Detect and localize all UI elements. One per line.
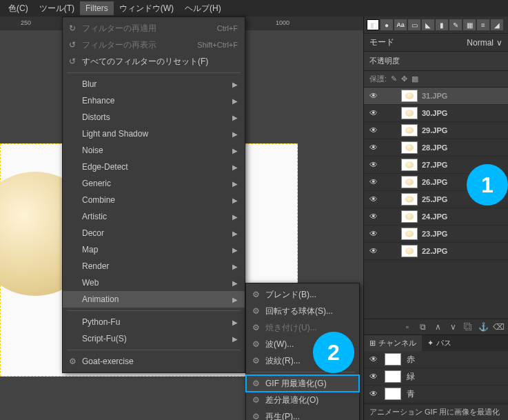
menu-filters[interactable]: Filters — [80, 1, 114, 15]
move-icon[interactable]: ✥ — [401, 74, 407, 83]
gear-icon: ⚙ — [251, 290, 261, 299]
chevron-right-icon: ▶ — [232, 147, 238, 154]
tool-icon[interactable]: ▮ — [436, 19, 448, 30]
status-bar: アニメーション GIF 用に画像を最適化 — [364, 403, 508, 420]
menu-item[interactable]: ⚙再生(P)... — [246, 408, 359, 420]
tool-icon[interactable]: ≡ — [477, 19, 489, 30]
menu-help[interactable]: ヘルプ(H) — [179, 1, 227, 17]
layer-down-icon[interactable]: ∨ — [447, 322, 458, 332]
tool-icon[interactable]: ◢ — [491, 19, 503, 30]
visibility-icon[interactable]: 👁 — [368, 246, 379, 256]
layer-row[interactable]: 👁22.JPG — [364, 243, 508, 260]
menu-item-label: フィルターの再適用 — [82, 23, 156, 34]
menu-item-label: Generic — [82, 179, 111, 188]
tool-row: ◧ ● Aa ▭ ◣ ▮ ✎ ▦ ≡ ◢ — [364, 17, 508, 34]
menu-window[interactable]: ウィンドウ(W) — [114, 1, 179, 17]
gear-icon: ⚙ — [251, 379, 261, 388]
menu-item[interactable]: Noise▶ — [63, 142, 245, 159]
mode-select[interactable]: Normal ∨ — [467, 38, 502, 48]
menu-item-label: 回転する球体(S)... — [265, 306, 333, 317]
channel-row[interactable]: 👁赤 — [364, 351, 508, 368]
opacity-row[interactable]: 不透明度 — [364, 52, 508, 71]
chevron-right-icon: ▶ — [232, 213, 238, 221]
menu-item[interactable]: Web▶ — [63, 274, 245, 291]
mode-label: モード — [369, 37, 394, 48]
visibility-icon[interactable]: 👁 — [368, 229, 379, 239]
menu-item[interactable]: Animation▶ — [63, 291, 245, 308]
gear-icon: ↺ — [68, 57, 77, 66]
visibility-icon[interactable]: 👁 — [368, 372, 379, 381]
menu-item[interactable]: Decor▶ — [63, 225, 245, 241]
channel-row[interactable]: 👁緑 — [364, 368, 508, 386]
tab-path[interactable]: ✦パス — [422, 335, 457, 351]
menu-item[interactable]: Artistic▶ — [63, 208, 245, 225]
channel-row[interactable]: 👁青 — [364, 386, 508, 403]
menu-item[interactable]: Generic▶ — [63, 175, 245, 192]
menu-accelerator: Ctrl+F — [217, 24, 238, 32]
menu-item[interactable]: Combine▶ — [63, 192, 245, 208]
tab-channel[interactable]: ⊞チャンネル — [364, 335, 422, 351]
menu-item[interactable]: ⚙GIF 用最適化(G) — [246, 375, 359, 392]
checker-icon[interactable]: ▩ — [412, 74, 418, 83]
menu-item[interactable]: ↺すべてのフィルターのリセット(F) — [63, 53, 245, 70]
menu-item[interactable]: ⚙ブレンド(B)... — [246, 286, 359, 303]
anchor-icon[interactable]: ⚓ — [478, 322, 489, 332]
layer-thumbnail — [401, 90, 418, 102]
layer-row[interactable]: 👁28.JPG — [364, 139, 508, 157]
tool-icon[interactable]: Aa — [394, 19, 407, 30]
visibility-icon[interactable]: 👁 — [368, 194, 379, 204]
chevron-right-icon: ▶ — [232, 97, 238, 105]
layer-group-icon[interactable]: ⧉ — [417, 322, 428, 332]
menu-item[interactable]: Python-Fu▶ — [63, 314, 245, 330]
menu-item[interactable]: Render▶ — [63, 258, 245, 274]
layer-name: 27.JPG — [422, 161, 447, 169]
layer-thumbnail — [401, 141, 418, 154]
menu-item[interactable]: Map▶ — [63, 241, 245, 258]
layer-row[interactable]: 👁30.JPG — [364, 105, 508, 122]
tool-icon[interactable]: ▭ — [408, 19, 420, 30]
visibility-icon[interactable]: 👁 — [368, 160, 379, 170]
tool-icon[interactable]: ◧ — [367, 19, 379, 30]
visibility-icon[interactable]: 👁 — [368, 126, 379, 135]
visibility-icon[interactable]: 👁 — [368, 212, 379, 221]
menu-item-label: Distorts — [82, 112, 110, 122]
visibility-icon[interactable]: 👁 — [368, 389, 379, 399]
menu-item[interactable]: Enhance▶ — [63, 92, 245, 109]
visibility-icon[interactable]: 👁 — [368, 143, 379, 152]
menu-item[interactable]: Script-Fu(S)▶ — [63, 330, 245, 347]
protect-label: 保護: — [369, 74, 387, 84]
menu-item[interactable]: Blur▶ — [63, 76, 245, 92]
visibility-icon[interactable]: 👁 — [368, 354, 379, 364]
menu-item: ↻フィルターの再適用Ctrl+F — [63, 20, 245, 37]
menu-tools[interactable]: ツール(T) — [34, 1, 80, 17]
visibility-icon[interactable]: 👁 — [368, 91, 379, 101]
tool-icon[interactable]: ◣ — [422, 19, 434, 30]
menu-item[interactable]: Light and Shadow▶ — [63, 126, 245, 142]
brush-icon[interactable]: ✎ — [449, 19, 462, 30]
layer-row[interactable]: 👁23.JPG — [364, 226, 508, 243]
duplicate-icon[interactable]: ⿻ — [463, 322, 474, 332]
layer-row[interactable]: 👁29.JPG — [364, 122, 508, 139]
layer-name: 29.JPG — [422, 126, 447, 134]
visibility-icon[interactable]: 👁 — [368, 108, 379, 118]
menu-item[interactable]: Distorts▶ — [63, 109, 245, 126]
menu-item-label: フィルターの再表示 — [82, 39, 156, 51]
menu-item-label: Render — [82, 261, 109, 271]
menu-item[interactable]: ⚙Goat-exercise — [63, 353, 245, 370]
tool-icon[interactable]: ▦ — [463, 19, 476, 30]
new-layer-icon[interactable]: ▫ — [402, 322, 413, 332]
layer-up-icon[interactable]: ∧ — [432, 322, 443, 332]
visibility-icon[interactable]: 👁 — [368, 177, 379, 187]
menu-item[interactable]: Edge-Detect▶ — [63, 159, 245, 175]
chevron-right-icon: ▶ — [232, 230, 238, 237]
layer-row[interactable]: 👁31.JPG — [364, 88, 508, 105]
menu-item[interactable]: ⚙回転する球体(S)... — [246, 303, 359, 319]
delete-icon[interactable]: ⌫ — [493, 322, 504, 332]
tool-icon[interactable]: ● — [380, 19, 393, 30]
menu-item-label: 焼き付け(U)... — [265, 322, 317, 334]
menu-item[interactable]: ⚙差分最適化(O) — [246, 392, 359, 408]
menu-separator — [67, 310, 241, 311]
layer-row[interactable]: 👁24.JPG — [364, 208, 508, 226]
menu-color[interactable]: 色(C) — [3, 1, 34, 17]
brush-icon[interactable]: ✎ — [391, 74, 397, 83]
